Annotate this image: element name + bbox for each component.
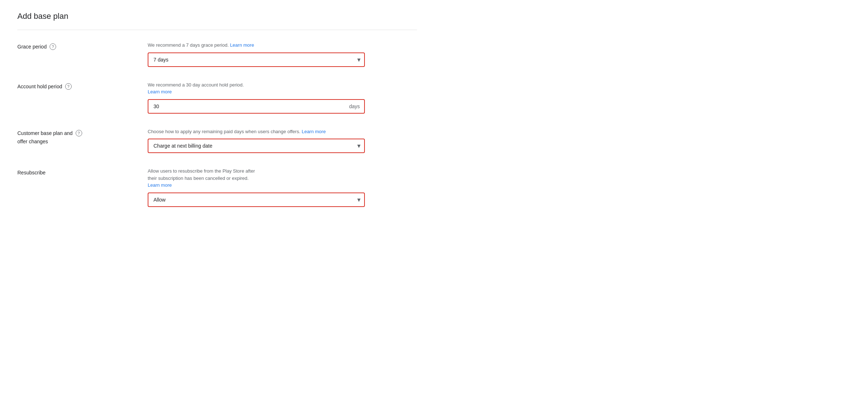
account-hold-suffix: days [349, 103, 360, 109]
grace-period-content: We recommend a 7 days grace period. Lear… [148, 42, 365, 67]
account-hold-content: We recommend a 30 day account hold perio… [148, 81, 365, 114]
customer-changes-label-line2: offer changes [17, 138, 73, 145]
account-hold-input-wrapper: days [148, 99, 365, 114]
page-container: Add base plan Grace period ? We recommen… [0, 0, 434, 233]
account-hold-help-icon[interactable]: ? [65, 83, 72, 90]
resubscribe-select-wrapper: Allow Disable ▾ [148, 193, 365, 207]
grace-period-learn-more[interactable]: Learn more [230, 42, 254, 48]
customer-changes-label-col: Customer base plan and offer changes ? [17, 128, 148, 145]
resubscribe-helper: Allow users to resubscribe from the Play… [148, 168, 365, 189]
section-divider [17, 30, 417, 30]
customer-changes-help-icon[interactable]: ? [76, 130, 82, 136]
resubscribe-learn-more[interactable]: Learn more [148, 182, 172, 188]
resubscribe-label-col: Resubscribe [17, 168, 148, 177]
grace-period-label: Grace period [17, 43, 47, 51]
account-hold-input[interactable] [148, 99, 365, 114]
resubscribe-label: Resubscribe [17, 169, 46, 177]
resubscribe-section: Resubscribe Allow users to resubscribe f… [17, 168, 417, 207]
account-hold-learn-more[interactable]: Learn more [148, 89, 172, 94]
customer-changes-learn-more[interactable]: Learn more [302, 129, 325, 134]
grace-period-label-col: Grace period ? [17, 42, 148, 51]
account-hold-label: Account hold period [17, 83, 62, 90]
customer-changes-content: Choose how to apply any remaining paid d… [148, 128, 365, 153]
account-hold-helper: We recommend a 30 day account hold perio… [148, 81, 365, 96]
page-title: Add base plan [17, 12, 417, 21]
account-hold-label-col: Account hold period ? [17, 81, 148, 90]
customer-changes-label-line1: Customer base plan and [17, 130, 73, 137]
customer-changes-select-wrapper: Charge at next billing date Charge immed… [148, 139, 365, 153]
grace-period-helper: We recommend a 7 days grace period. Lear… [148, 42, 365, 49]
customer-changes-label-group: Customer base plan and offer changes [17, 130, 73, 145]
customer-changes-section: Customer base plan and offer changes ? C… [17, 128, 417, 153]
resubscribe-select[interactable]: Allow Disable [148, 193, 365, 207]
grace-period-select[interactable]: 7 days 3 days 14 days None [148, 52, 365, 67]
customer-changes-helper: Choose how to apply any remaining paid d… [148, 128, 365, 135]
grace-period-help-icon[interactable]: ? [50, 43, 56, 50]
grace-period-select-wrapper: 7 days 3 days 14 days None ▾ [148, 52, 365, 67]
account-hold-section: Account hold period ? We recommend a 30 … [17, 81, 417, 114]
customer-changes-select[interactable]: Charge at next billing date Charge immed… [148, 139, 365, 153]
grace-period-section: Grace period ? We recommend a 7 days gra… [17, 42, 417, 67]
resubscribe-content: Allow users to resubscribe from the Play… [148, 168, 365, 207]
